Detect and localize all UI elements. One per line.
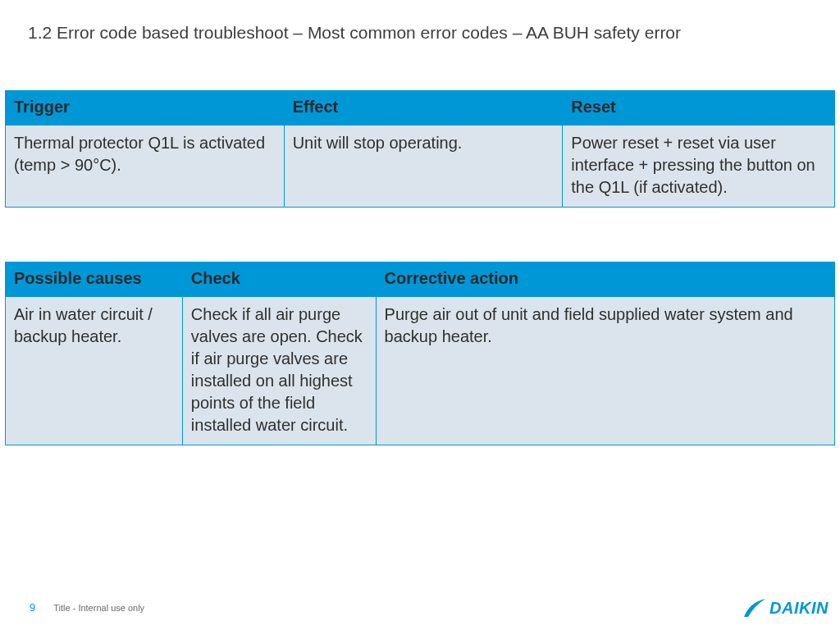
brand-logo: DAIKIN — [743, 597, 829, 619]
header-effect: Effect — [284, 91, 563, 126]
header-trigger: Trigger — [6, 91, 285, 126]
cell-trigger: Thermal protector Q1L is activated (temp… — [6, 126, 285, 208]
cell-effect: Unit will stop operating. — [284, 126, 563, 208]
footer: 9 Title - Internal use only — [30, 601, 144, 614]
cell-reset: Power reset + reset via user interface +… — [563, 126, 835, 208]
page-number: 9 — [30, 601, 35, 614]
cell-action: Purge air out of unit and field supplied… — [376, 297, 834, 445]
table-trigger-effect-reset: Trigger Effect Reset Thermal protector Q… — [5, 90, 835, 208]
cell-check: Check if all air purge valves are open. … — [182, 297, 376, 445]
table-row: Thermal protector Q1L is activated (temp… — [6, 126, 835, 208]
table-cause-check-action: Possible causes Check Corrective action … — [5, 262, 835, 445]
header-reset: Reset — [563, 91, 835, 126]
table-row: Air in water circuit / backup heater. Ch… — [6, 297, 835, 445]
table-row: Possible causes Check Corrective action — [6, 262, 835, 297]
cell-cause: Air in water circuit / backup heater. — [6, 297, 183, 445]
page-title: 1.2 Error code based troubleshoot – Most… — [28, 23, 681, 43]
header-action: Corrective action — [376, 262, 834, 297]
swoosh-icon — [743, 597, 766, 619]
header-check: Check — [182, 262, 376, 297]
footer-text: Title - Internal use only — [53, 603, 144, 613]
header-cause: Possible causes — [6, 262, 183, 297]
table-row: Trigger Effect Reset — [6, 91, 835, 126]
logo-text: DAIKIN — [769, 599, 829, 618]
